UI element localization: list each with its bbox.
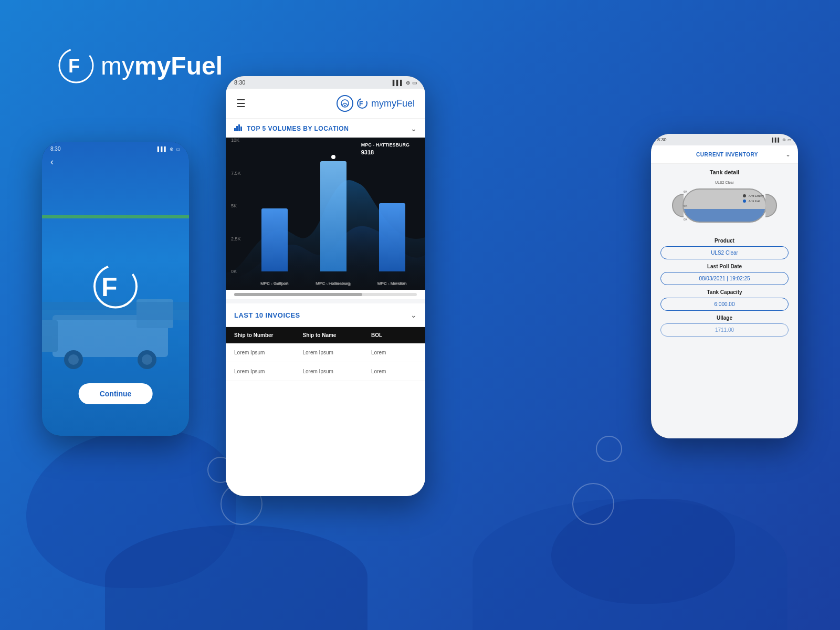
ullage-value: 1711.00 <box>660 323 789 337</box>
gauge-6k: 6K <box>684 190 687 193</box>
legend-empty-dot <box>743 194 746 197</box>
chart-chevron[interactable]: ⌄ <box>411 124 417 133</box>
bar-gulfport: MPC - Gulfport <box>261 208 288 271</box>
chart-bars: MPC - Gulfport MPC - Hattiesburg MPC - M… <box>247 143 420 271</box>
col-header-bol: BOL <box>371 332 417 338</box>
chart-section: TOP 5 VOLUMES BY LOCATION ⌄ 10K 7.5K 5K … <box>226 119 425 299</box>
svg-point-7 <box>142 354 152 365</box>
row1-bol: Lorem <box>371 350 417 355</box>
row1-ship-name: Lorem Ipsum <box>303 350 372 355</box>
chart-header: TOP 5 VOLUMES BY LOCATION ⌄ <box>226 119 425 138</box>
svg-rect-19 <box>238 124 240 131</box>
center-status-bar: 8:30 ▌▌▌ ⊛ ▭ <box>226 76 425 89</box>
x-label-gulfport: MPC - Gulfport <box>260 281 288 286</box>
legend-empty-label: Amt Empty <box>749 194 764 197</box>
svg-rect-18 <box>236 126 238 131</box>
right-time: 8:30 <box>657 137 667 142</box>
tank-diagram: ULS2 Clear 6K 5K 0K Amt Empty <box>672 181 777 230</box>
svg-rect-17 <box>234 128 236 131</box>
continue-button[interactable]: Continue <box>79 383 153 404</box>
x-axis-labels: MPC - Gulfport MPC - Hattiesburg MPC - M… <box>247 281 420 286</box>
bar-chart-icon-svg <box>234 124 243 131</box>
row2-ship-num: Lorem Ipsum <box>234 369 303 374</box>
col-header-ship-name: Ship to Name <box>303 332 372 338</box>
center-wifi-icon: ⊛ <box>406 80 410 86</box>
gauge-svg <box>340 99 350 108</box>
svg-text:F: F <box>68 55 80 77</box>
logo-area: F mymyFuel <box>58 47 223 84</box>
battery-icon: ▭ <box>176 146 181 152</box>
center-nav-bar: ☰ F mymyFuel <box>226 89 425 119</box>
legend-full-label: Amt Full <box>749 200 760 203</box>
invoice-row-1: Lorem Ipsum Lorem Ipsum Lorem <box>226 343 425 362</box>
bar-meridian: MPC - Meridian <box>379 203 405 271</box>
right-status-bar: 8:30 ▌▌▌ ⊛ ▭ <box>651 134 798 145</box>
inventory-content: Tank detail ULS2 Clear 6K 5K 0K Amt E <box>651 164 798 438</box>
col-header-ship-num: Ship to Number <box>234 332 303 338</box>
chart-scrollbar[interactable] <box>234 293 417 296</box>
wifi-icon: ⊛ <box>170 146 174 152</box>
ullage-label: Ullage <box>658 315 791 321</box>
right-phone-screen: 8:30 ▌▌▌ ⊛ ▭ CURRENT INVENTORY ⌄ Tank de… <box>651 134 798 438</box>
green-stripe <box>42 215 189 218</box>
x-label-meridian: MPC - Meridian <box>377 281 407 286</box>
y-label-0k: 0K <box>231 269 237 274</box>
right-signal-icon: ▌▌▌ <box>772 138 781 142</box>
signal-icon: ▌▌▌ <box>158 146 167 152</box>
splash-logo: F <box>92 263 139 310</box>
gauge-5k: 5K <box>684 204 687 207</box>
product-value: ULS2 Clear <box>660 246 789 259</box>
svg-rect-8 <box>42 320 58 352</box>
logo-text: mymyFuel <box>101 51 223 80</box>
center-battery-icon: ▭ <box>412 80 417 86</box>
last-poll-label: Last Poll Date <box>658 264 791 269</box>
svg-rect-20 <box>240 127 242 131</box>
tank-gauge-labels: 6K 5K 0K <box>684 190 687 221</box>
gauge-icon[interactable] <box>337 95 353 112</box>
y-label-5k: 5K <box>231 203 237 208</box>
splash-logo-svg: F <box>92 263 139 310</box>
center-signal-icon: ▌▌▌ <box>393 80 404 86</box>
bar-chart: 10K 7.5K 5K 2.5K 0K MPC - HATTIESBURG 93… <box>226 138 425 290</box>
tank-capacity-value: 6:000.00 <box>660 298 789 311</box>
chart-bar-icon <box>234 124 243 133</box>
inventory-header-title: CURRENT INVENTORY <box>696 152 758 158</box>
chart-title-row: TOP 5 VOLUMES BY LOCATION <box>234 124 349 133</box>
legend-full-dot <box>743 200 746 203</box>
product-label: Product <box>658 238 791 244</box>
inventory-header: CURRENT INVENTORY ⌄ <box>651 145 798 164</box>
chart-title: TOP 5 VOLUMES BY LOCATION <box>247 125 349 132</box>
invoices-header: LAST 10 INVOICES ⌄ <box>226 303 425 327</box>
y-label-10k: 10K <box>231 138 239 143</box>
back-button[interactable]: ‹ <box>50 156 54 167</box>
center-time: 8:30 <box>234 79 245 86</box>
left-status-bar: 8:30 ▌▌▌ ⊛ ▭ <box>42 146 189 152</box>
bar-gulfport-fill <box>261 208 288 271</box>
legend-empty: Amt Empty <box>743 194 764 199</box>
tank-detail-label: Tank detail <box>658 169 791 175</box>
chart-scrollbar-thumb <box>234 293 362 296</box>
tank-cap-right <box>765 194 777 217</box>
tank-fill-level <box>684 209 765 222</box>
center-phone-screen: 8:30 ▌▌▌ ⊛ ▭ ☰ <box>226 76 425 496</box>
center-logo-text: mymyFuel <box>371 98 415 109</box>
y-label-25k: 2.5K <box>231 236 241 242</box>
center-phone: 8:30 ▌▌▌ ⊛ ▭ ☰ <box>226 76 425 496</box>
left-time: 8:30 <box>50 146 60 152</box>
svg-point-5 <box>68 354 79 365</box>
invoices-section: LAST 10 INVOICES ⌄ Ship to Number Ship t… <box>226 303 425 496</box>
invoices-chevron[interactable]: ⌄ <box>411 311 417 319</box>
hamburger-menu[interactable]: ☰ <box>236 97 246 110</box>
inventory-chevron[interactable]: ⌄ <box>785 151 791 158</box>
invoices-title: LAST 10 INVOICES <box>234 311 300 319</box>
row1-ship-num: Lorem Ipsum <box>234 350 303 355</box>
invoices-table-header: Ship to Number Ship to Name BOL <box>226 327 425 343</box>
center-nav-logo: F mymyFuel <box>356 98 415 109</box>
gauge-0k: 0K <box>684 218 687 221</box>
y-label-75k: 7.5K <box>231 171 241 176</box>
x-label-hattiesburg: MPC - Hattiesburg <box>316 281 350 286</box>
left-phone: 8:30 ▌▌▌ ⊛ ▭ ‹ <box>42 142 189 436</box>
bar-hattiesburg-fill <box>320 161 346 271</box>
legend-full: Amt Full <box>743 199 764 204</box>
last-poll-value: 08/03/2021 | 19:02:25 <box>660 272 789 285</box>
